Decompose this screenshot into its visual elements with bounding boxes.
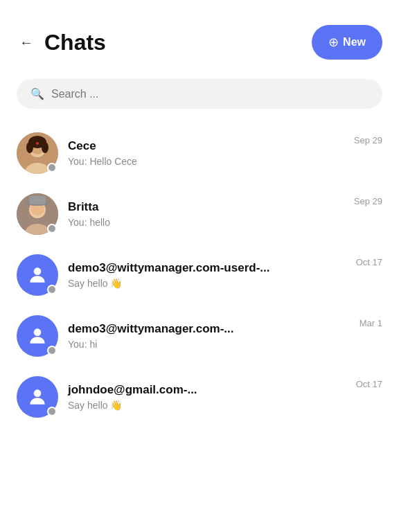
- chat-time: Oct 17: [356, 254, 382, 267]
- chat-info: BrittaYou: hello: [68, 200, 344, 228]
- avatar-wrapper: [17, 254, 58, 296]
- back-icon: ←: [19, 35, 33, 51]
- chat-item[interactable]: CeceYou: Hello CeceSep 29: [11, 123, 388, 184]
- online-status-dot: [47, 224, 57, 233]
- search-input[interactable]: [51, 88, 369, 100]
- chat-list: CeceYou: Hello CeceSep 29 BrittaYou: hel…: [0, 123, 399, 427]
- chat-preview: You: Hello Cece: [68, 156, 344, 167]
- chat-name: johndoe@gmail.com-...: [68, 383, 346, 397]
- page-title: Chats: [44, 30, 106, 55]
- chat-info: johndoe@gmail.com-...Say hello 👋: [68, 383, 346, 411]
- online-status-dot: [47, 346, 57, 355]
- svg-point-7: [36, 142, 39, 145]
- chat-name: Britta: [68, 200, 344, 214]
- chat-name: Cece: [68, 139, 344, 153]
- chat-name: demo3@wittymanager.com-userd-...: [68, 261, 346, 275]
- chat-preview: You: hi: [68, 339, 350, 350]
- chat-time: Oct 17: [356, 376, 382, 389]
- chat-item[interactable]: BrittaYou: helloSep 29: [11, 184, 388, 245]
- chat-time: Sep 29: [354, 193, 382, 206]
- svg-rect-13: [29, 196, 46, 204]
- chat-info: CeceYou: Hello Cece: [68, 139, 344, 167]
- plus-icon: ⊕: [328, 35, 339, 50]
- avatar-wrapper: [17, 132, 58, 174]
- search-icon: 🔍: [30, 87, 44, 100]
- svg-point-16: [34, 389, 42, 397]
- svg-point-14: [34, 267, 42, 275]
- new-chat-button[interactable]: ⊕ New: [312, 25, 382, 60]
- svg-point-6: [42, 142, 48, 153]
- search-bar: 🔍: [17, 79, 382, 109]
- online-status-dot: [47, 407, 57, 416]
- chat-preview: Say hello 👋: [68, 278, 346, 289]
- chat-preview: Say hello 👋: [68, 400, 346, 411]
- chat-name: demo3@wittymanager.com-...: [68, 322, 350, 336]
- avatar-wrapper: [17, 376, 58, 418]
- chat-time: Sep 29: [354, 132, 382, 145]
- chat-time: Mar 1: [360, 315, 382, 328]
- chat-item[interactable]: johndoe@gmail.com-...Say hello 👋Oct 17: [11, 366, 388, 427]
- avatar-wrapper: [17, 193, 58, 235]
- chat-info: demo3@wittymanager.com-userd-...Say hell…: [68, 261, 346, 289]
- chat-preview: You: hello: [68, 217, 344, 228]
- chat-info: demo3@wittymanager.com-...You: hi: [68, 322, 350, 350]
- header: ← Chats ⊕ New: [0, 0, 399, 71]
- svg-point-15: [34, 328, 42, 336]
- chat-item[interactable]: demo3@wittymanager.com-...You: hiMar 1: [11, 305, 388, 366]
- avatar-wrapper: [17, 315, 58, 357]
- chat-item[interactable]: demo3@wittymanager.com-userd-...Say hell…: [11, 245, 388, 305]
- new-button-label: New: [343, 36, 366, 48]
- online-status-dot: [47, 285, 57, 294]
- back-button[interactable]: ←: [17, 32, 36, 53]
- online-status-dot: [47, 163, 57, 172]
- header-left: ← Chats: [17, 30, 106, 55]
- svg-point-5: [26, 142, 33, 153]
